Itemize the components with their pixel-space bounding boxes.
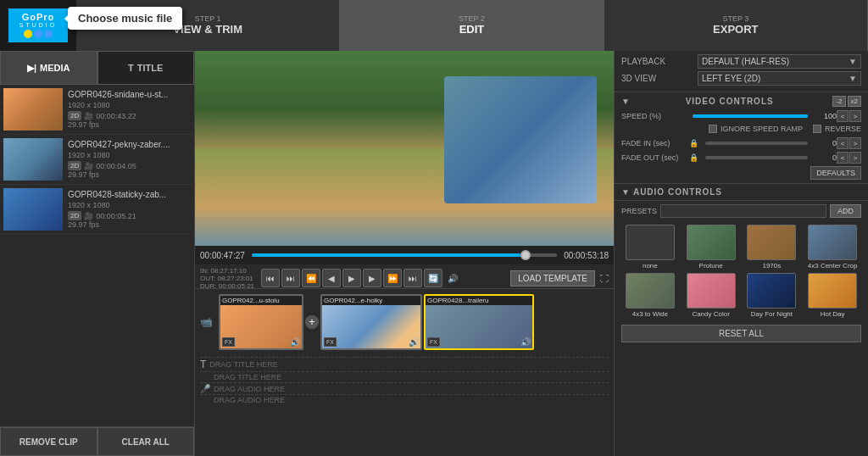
fade-in-arrows: < > bbox=[837, 137, 861, 149]
speed-decrease[interactable]: < bbox=[837, 110, 849, 122]
step-1-label: VIEW & TRIM bbox=[173, 23, 242, 36]
logo-studio: STUDIO bbox=[19, 22, 57, 28]
in-out-info: IN: 08:27:17:10 OUT: 08:27:23:01 DUR: 00… bbox=[200, 267, 254, 290]
media-res: 1920 x 1080 bbox=[68, 201, 191, 209]
media-info: GOPR0428-staticky-zab... 1920 x 1080 2D … bbox=[68, 190, 191, 229]
clip-3[interactable]: GOPR0428...traileru FX 🔊 bbox=[424, 294, 534, 350]
preset-thumb-4x3center bbox=[808, 225, 857, 260]
step-3[interactable]: STEP 3 EXPORT bbox=[604, 0, 868, 51]
list-item[interactable]: GOPR0427-pekny-zaber.... 1920 x 1080 2D … bbox=[0, 135, 194, 185]
media-info: GOPR0427-pekny-zaber.... 1920 x 1080 2D … bbox=[68, 140, 191, 179]
step-2-label: EDIT bbox=[459, 23, 485, 36]
speed-value: 100 bbox=[811, 112, 837, 120]
preset-protune[interactable]: Protune bbox=[682, 225, 740, 270]
fullscreen-icon[interactable]: ⛶ bbox=[600, 274, 609, 283]
right-panel: PLAYBACK DEFAULT (HALF-RES) ▼ 3D VIEW LE… bbox=[614, 51, 868, 456]
tab-media[interactable]: ▶| MEDIA bbox=[0, 51, 97, 85]
audio-section: ▼ AUDIO CONTROLS PRESETS ADD none Protun… bbox=[615, 184, 868, 456]
time-slider[interactable] bbox=[252, 253, 557, 257]
preset-1970s[interactable]: 1970s bbox=[743, 225, 801, 270]
step-3-num: STEP 3 bbox=[722, 14, 748, 23]
fast-fwd-button[interactable]: ⏩ bbox=[383, 269, 402, 287]
speed-slider[interactable] bbox=[693, 114, 808, 118]
defaults-button[interactable]: DEFAULTS bbox=[810, 166, 861, 180]
media-thumb bbox=[3, 188, 63, 231]
audio-icon: 🔊 bbox=[290, 337, 300, 347]
preset-hotday[interactable]: Hot Day bbox=[804, 273, 861, 318]
speed-row: SPEED (%) 100 < > bbox=[621, 110, 861, 122]
playback-section: PLAYBACK DEFAULT (HALF-RES) ▼ 3D VIEW LE… bbox=[615, 51, 868, 92]
rewind-button[interactable]: ⏪ bbox=[302, 269, 320, 287]
collapse-icon[interactable]: ▼ bbox=[621, 97, 630, 106]
media-fps: 29.97 fps bbox=[68, 120, 191, 129]
speed-plus-badge[interactable]: x2 bbox=[848, 96, 861, 107]
step-2[interactable]: STEP 2 EDIT bbox=[340, 0, 604, 51]
fade-in-slider[interactable] bbox=[705, 142, 808, 145]
3dview-row: 3D VIEW LEFT EYE (2D) ▼ bbox=[621, 71, 861, 86]
fade-out-slider[interactable] bbox=[705, 156, 808, 159]
volume-icon[interactable]: 🔊 bbox=[448, 274, 458, 283]
tooltip-bubble: Choose music file bbox=[68, 7, 182, 30]
list-item[interactable]: GOPR0426-snidane-u-st... 1920 x 1080 2D … bbox=[0, 85, 194, 135]
prev-frame-button[interactable]: ⏭ bbox=[281, 269, 300, 287]
step-fwd-button[interactable]: ▶ bbox=[363, 269, 381, 287]
preset-label-4x3wide: 4x3 to Wide bbox=[632, 310, 668, 318]
time-current: 00:00:47:27 bbox=[200, 251, 245, 260]
fade-out-increase[interactable]: > bbox=[849, 152, 861, 164]
list-item[interactable]: GOPR0428-staticky-zab... 1920 x 1080 2D … bbox=[0, 185, 194, 235]
ignore-speed-ramp-label: IGNORE SPEED RAMP bbox=[721, 125, 803, 133]
clear-all-button[interactable]: CLEAR ALL bbox=[97, 427, 195, 456]
reset-all-button[interactable]: RESET ALL bbox=[621, 325, 861, 342]
add-preset-button[interactable]: ADD bbox=[830, 204, 861, 218]
preset-grid: none Protune 1970s 4x3 Center Crop 4x3 t… bbox=[615, 221, 868, 321]
playback-dropdown[interactable]: DEFAULT (HALF-RES) ▼ bbox=[698, 54, 861, 69]
preview-area: 00:00:47:27 00:00:53:18 IN: 08:27:17:10 … bbox=[195, 51, 614, 288]
add-clip-button[interactable]: + bbox=[305, 315, 319, 329]
skip-start-button[interactable]: ⏮ bbox=[261, 269, 280, 287]
left-panel: ▶| MEDIA T TITLE GOPR0426-snidane-u-st..… bbox=[0, 51, 195, 456]
preset-thumb-protune bbox=[687, 225, 736, 260]
video-controls-section: ▼ VIDEO CONTROLS -2 x2 SPEED (%) 100 < > bbox=[615, 92, 868, 184]
step-back-button[interactable]: ◀ bbox=[322, 269, 341, 287]
preset-daynight[interactable]: Day For Night bbox=[743, 273, 801, 318]
view3d-dropdown[interactable]: LEFT EYE (2D) ▼ bbox=[698, 71, 861, 86]
audio-collapse-icon[interactable]: ▼ bbox=[621, 187, 630, 197]
play-button[interactable]: ▶ bbox=[342, 269, 361, 287]
load-template-button[interactable]: LOAD TEMPLATE bbox=[510, 270, 595, 286]
clip-2[interactable]: GOPR042...e-holky FX 🔊 bbox=[320, 294, 422, 350]
preset-thumb-daynight bbox=[747, 273, 796, 309]
chevron-down-icon: ▼ bbox=[849, 74, 857, 83]
preset-none[interactable]: none bbox=[621, 225, 679, 270]
cam-icon: 🎥 bbox=[84, 212, 93, 220]
speed-minus-badge[interactable]: -2 bbox=[832, 96, 845, 107]
media-duration: 00:00:05.21 bbox=[96, 212, 136, 220]
preset-candy[interactable]: Candy Color bbox=[682, 273, 740, 318]
badge-2d: 2D bbox=[68, 211, 81, 220]
reverse-checkbox[interactable] bbox=[813, 125, 821, 133]
tab-title[interactable]: T TITLE bbox=[97, 51, 195, 85]
mic-icon: 🎤 bbox=[200, 384, 210, 393]
ignore-speed-ramp-checkbox[interactable] bbox=[709, 125, 717, 133]
step-3-label: EXPORT bbox=[713, 23, 758, 36]
preset-4x3wide[interactable]: 4x3 to Wide bbox=[621, 273, 679, 318]
speed-increase[interactable]: > bbox=[849, 110, 861, 122]
fade-out-decrease[interactable]: < bbox=[837, 152, 849, 164]
speed-arrows: < > bbox=[837, 110, 861, 122]
loop-button[interactable]: 🔄 bbox=[424, 269, 442, 287]
skip-end-button[interactable]: ⏭ bbox=[403, 269, 422, 287]
fx-badge: FX bbox=[427, 337, 440, 347]
preview-video bbox=[195, 51, 614, 246]
clip-1[interactable]: GOPR042...u-stolu FX 🔊 bbox=[219, 294, 303, 350]
presets-input[interactable] bbox=[660, 204, 826, 218]
speed-label: SPEED (%) bbox=[621, 112, 689, 120]
fade-in-increase[interactable]: > bbox=[849, 137, 861, 149]
fade-in-decrease[interactable]: < bbox=[837, 137, 849, 149]
header: GoPro STUDIO Choose music file STEP 1 VI… bbox=[0, 0, 868, 51]
audio-controls-header: ▼ AUDIO CONTROLS bbox=[615, 184, 868, 201]
media-list: GOPR0426-snidane-u-st... 1920 x 1080 2D … bbox=[0, 85, 194, 426]
step-1-num: STEP 1 bbox=[195, 14, 221, 23]
remove-clip-button[interactable]: REMOVE CLIP bbox=[0, 427, 97, 456]
preset-4x3center[interactable]: 4x3 Center Crop bbox=[804, 225, 861, 270]
preset-label-none: none bbox=[643, 262, 658, 270]
media-badges: 2D 🎥 00:00:04.05 bbox=[68, 161, 191, 170]
